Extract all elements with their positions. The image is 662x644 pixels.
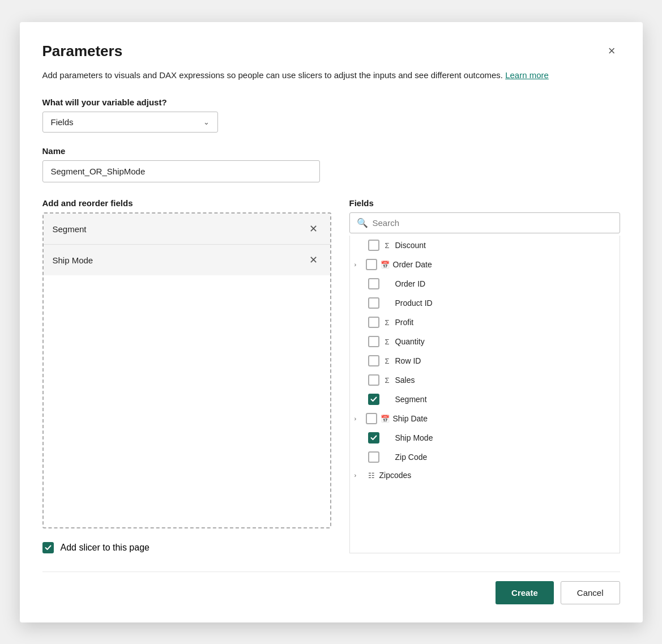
selected-fields-box: Segment ✕ Ship Mode ✕ (42, 212, 331, 528)
dropdown-value: Fields (51, 117, 74, 127)
close-button[interactable]: × (604, 42, 620, 59)
ship-mode-label: Ship Mode (53, 255, 93, 265)
fields-panel-label: Fields (349, 198, 620, 208)
dialog-footer: Create Cancel (42, 572, 620, 604)
order-date-label: Order Date (393, 260, 614, 269)
zipcodes-label: Zipcodes (379, 471, 614, 480)
add-slicer-checkbox[interactable] (42, 542, 54, 553)
row-id-label: Row ID (395, 356, 614, 365)
name-input[interactable] (42, 160, 320, 182)
row-id-checkbox[interactable] (368, 355, 379, 366)
sigma-icon: Σ (382, 376, 393, 385)
chevron-right-icon: › (355, 261, 362, 268)
product-id-checkbox[interactable] (368, 297, 379, 309)
list-item: Segment ✕ (44, 214, 330, 245)
variable-section: What will your variable adjust? Fields ⌄ (42, 97, 620, 133)
name-label: Name (42, 146, 620, 156)
chevron-right-icon: › (355, 415, 362, 422)
search-icon: 🔍 (357, 217, 368, 228)
table-icon: ☷ (366, 471, 377, 480)
description-text: Add parameters to visuals and DAX expres… (42, 69, 580, 82)
remove-segment-button[interactable]: ✕ (306, 221, 321, 236)
variable-label: What will your variable adjust? (42, 97, 620, 107)
list-item[interactable]: Ship Mode (350, 428, 620, 447)
ship-date-checkbox[interactable] (366, 413, 377, 424)
chevron-right-icon: › (355, 472, 362, 479)
order-id-checkbox[interactable] (368, 278, 379, 289)
dialog-title: Parameters (42, 42, 123, 60)
list-item[interactable]: Zip Code (350, 447, 620, 467)
list-item[interactable]: Σ Sales (350, 370, 620, 390)
variable-dropdown[interactable]: Fields ⌄ (42, 112, 218, 133)
list-item: Ship Mode ✕ (44, 245, 330, 275)
profit-label: Profit (395, 318, 614, 327)
segment-label: Segment (53, 224, 87, 234)
list-item[interactable]: Σ Quantity (350, 332, 620, 351)
list-item[interactable]: › 📅 Order Date (350, 255, 620, 274)
search-box: 🔍 (349, 212, 620, 233)
profit-checkbox[interactable] (368, 317, 379, 328)
zip-code-checkbox[interactable] (368, 451, 379, 463)
quantity-checkbox[interactable] (368, 336, 379, 347)
sigma-icon: Σ (382, 318, 393, 327)
create-button[interactable]: Create (496, 581, 554, 604)
add-reorder-label: Add and reorder fields (42, 198, 331, 208)
order-id-label: Order ID (395, 279, 614, 288)
order-date-checkbox[interactable] (366, 259, 377, 270)
search-input[interactable] (373, 218, 613, 228)
list-item[interactable]: › ☷ Zipcodes (350, 467, 620, 484)
list-item[interactable]: Order ID (350, 274, 620, 293)
list-item[interactable]: Σ Profit (350, 313, 620, 332)
sales-label: Sales (395, 376, 614, 385)
calendar-icon: 📅 (379, 261, 391, 269)
fields-scroll-area: Σ Discount › 📅 Order Date Order ID (349, 236, 620, 553)
list-item[interactable]: Σ Row ID (350, 351, 620, 370)
sales-checkbox[interactable] (368, 374, 379, 386)
left-panel: Add and reorder fields Segment ✕ Ship Mo… (42, 198, 331, 553)
parameters-dialog: Parameters × Add parameters to visuals a… (20, 22, 643, 622)
calendar-icon: 📅 (379, 415, 391, 423)
quantity-label: Quantity (395, 337, 614, 346)
main-content: Add and reorder fields Segment ✕ Ship Mo… (42, 198, 620, 553)
product-id-label: Product ID (395, 298, 614, 308)
dialog-header: Parameters × (42, 42, 620, 60)
chevron-down-icon: ⌄ (203, 118, 210, 126)
list-item[interactable]: Segment (350, 390, 620, 409)
sigma-icon: Σ (382, 338, 393, 346)
list-item[interactable]: Σ Discount (350, 236, 620, 255)
add-slicer-row: Add slicer to this page (42, 542, 331, 553)
learn-more-link[interactable]: Learn more (505, 70, 549, 80)
sigma-icon: Σ (382, 357, 393, 365)
ship-date-label: Ship Date (393, 414, 614, 423)
discount-field-label: Discount (395, 241, 614, 250)
add-slicer-label: Add slicer to this page (61, 543, 150, 553)
ship-mode-checkbox[interactable] (368, 432, 379, 443)
list-item[interactable]: › 📅 Ship Date (350, 409, 620, 428)
discount-checkbox[interactable] (368, 240, 379, 251)
remove-ship-mode-button[interactable]: ✕ (306, 253, 321, 267)
name-section: Name (42, 146, 620, 182)
sigma-icon: Σ (382, 241, 393, 250)
right-panel: Fields 🔍 Σ Discount › 📅 O (349, 198, 620, 553)
ship-mode-field-label: Ship Mode (395, 433, 614, 442)
zip-code-label: Zip Code (395, 453, 614, 462)
segment-field-label: Segment (395, 395, 614, 404)
cancel-button[interactable]: Cancel (561, 581, 620, 604)
list-item[interactable]: Product ID (350, 293, 620, 313)
segment-checkbox[interactable] (368, 394, 379, 405)
